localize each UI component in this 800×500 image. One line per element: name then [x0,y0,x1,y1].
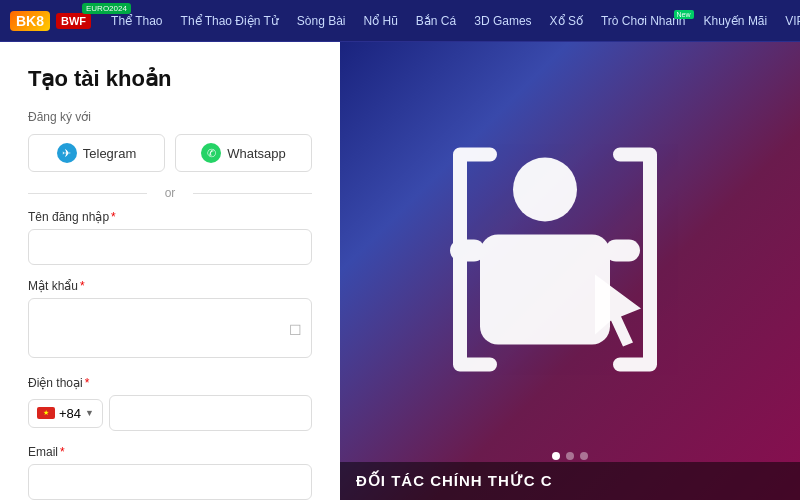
username-label: Tên đăng nhập* [28,210,312,224]
phone-required: * [85,376,90,390]
username-required: * [111,210,116,224]
username-group: Tên đăng nhập* [28,210,312,265]
user-cursor-icon [450,145,690,375]
svg-rect-3 [605,240,640,262]
phone-group: Điện thoại* +84 ▼ [28,376,312,431]
dot-3 [580,452,588,460]
nav-item-no-hu[interactable]: Nổ Hũ [356,10,406,32]
username-input[interactable] [28,229,312,265]
telegram-button[interactable]: ✈ Telegram [28,134,165,172]
phone-wrapper: +84 ▼ [28,395,312,431]
phone-prefix-selector[interactable]: +84 ▼ [28,399,103,428]
nav-item-khuyen-mai[interactable]: Khuyến Mãi [696,10,776,32]
or-divider: or [28,186,312,200]
bottom-partner-text: ĐỐI TÁC CHÍNH THỨC C [340,462,800,500]
logo-group: BK8 BWF EURO2024 [10,11,91,31]
email-required: * [60,445,65,459]
form-title: Tạo tài khoản [28,66,312,92]
main-content: Tạo tài khoản Đăng ký với ✈ Telegram ✆ W… [0,42,800,500]
navbar: BK8 BWF EURO2024 Thể Thao Thể Thao Điện … [0,0,800,42]
password-input[interactable] [28,298,312,358]
nav-item-song-bai[interactable]: Sòng Bài [289,10,354,32]
svg-point-0 [513,158,577,222]
eye-icon[interactable]: ☐ [289,322,302,338]
nav-item-xo-so[interactable]: Xổ Số [542,10,591,32]
whatsapp-label: Whatsapp [227,146,286,161]
nav-item-tro-choi-nhanh[interactable]: Trò Chơi Nhanh New [593,10,694,32]
nav-item-vip[interactable]: VIP [777,10,800,32]
telegram-icon: ✈ [57,143,77,163]
whatsapp-button[interactable]: ✆ Whatsapp [175,134,312,172]
telegram-label: Telegram [83,146,136,161]
dot-1 [552,452,560,460]
carousel-dots [552,452,588,460]
whatsapp-icon: ✆ [201,143,221,163]
nav-item-ban-ca[interactable]: Bắn Cá [408,10,464,32]
email-group: Email* [28,445,312,500]
nav-item-the-thao[interactable]: Thể Thao [103,10,170,32]
password-label: Mật khẩu* [28,279,312,293]
social-buttons-group: ✈ Telegram ✆ Whatsapp [28,134,312,172]
nav-item-3d-games[interactable]: 3D Games [466,10,539,32]
phone-number-input[interactable] [109,395,312,431]
nav-item-esports[interactable]: Thể Thao Điện Tử [173,10,287,32]
phone-label: Điện thoại* [28,376,312,390]
dot-2 [566,452,574,460]
email-input[interactable] [28,464,312,500]
bwf-logo: BWF [56,13,91,29]
new-badge: New [674,10,694,19]
chevron-down-icon: ▼ [85,408,94,418]
bk8-logo: BK8 [10,11,50,31]
email-label: Email* [28,445,312,459]
phone-prefix-text: +84 [59,406,81,421]
nav-menu: Thể Thao Thể Thao Điện Tử Sòng Bài Nổ Hũ… [103,10,800,32]
password-wrapper: ☐ [28,298,312,362]
vn-flag-icon [37,407,55,419]
password-required: * [80,279,85,293]
register-with-label: Đăng ký với [28,110,312,124]
svg-rect-1 [480,235,610,345]
registration-icon-overlay [450,145,690,375]
password-group: Mật khẩu* ☐ [28,279,312,362]
registration-form-panel: Tạo tài khoản Đăng ký với ✈ Telegram ✆ W… [0,42,340,500]
right-panel: ĐỐI TÁC CHÍNH THỨC C [340,42,800,500]
